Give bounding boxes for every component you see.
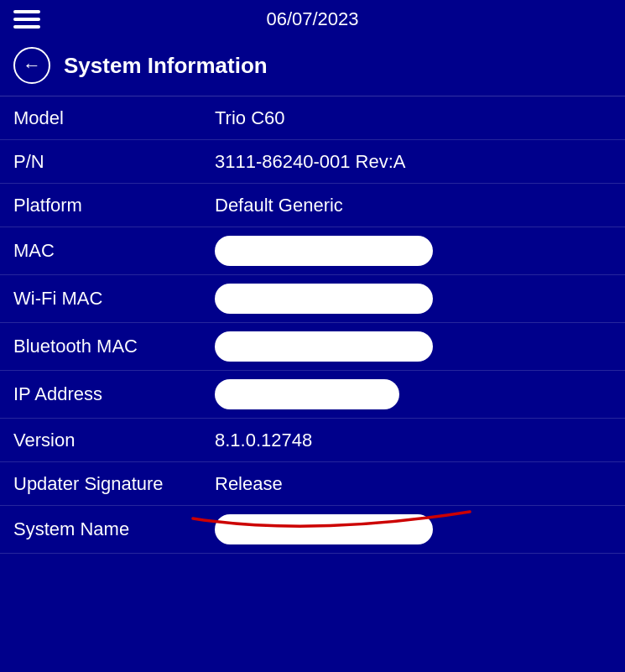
top-date: 06/07/2023 xyxy=(266,8,358,30)
page-title: System Information xyxy=(64,53,268,79)
label-platform: Platform xyxy=(13,195,215,216)
label-system-name: System Name xyxy=(13,518,215,540)
label-pn: P/N xyxy=(13,151,215,173)
value-ip-address xyxy=(215,379,399,409)
hamburger-menu[interactable] xyxy=(13,10,40,29)
row-mac: MAC xyxy=(0,227,625,275)
value-system-name xyxy=(215,514,433,544)
value-wifi-mac xyxy=(215,284,433,314)
value-pn: 3111-86240-001 Rev:A xyxy=(215,151,406,173)
row-pn: P/N 3111-86240-001 Rev:A xyxy=(0,140,625,184)
label-model: Model xyxy=(13,107,215,129)
label-bluetooth-mac: Bluetooth MAC xyxy=(13,336,215,357)
row-platform: Platform Default Generic xyxy=(0,184,625,227)
label-updater-signature: Updater Signature xyxy=(13,473,215,495)
back-button[interactable]: ← xyxy=(13,47,50,84)
row-bluetooth-mac: Bluetooth MAC xyxy=(0,323,625,371)
value-platform: Default Generic xyxy=(215,195,343,216)
row-wifi-mac: Wi-Fi MAC xyxy=(0,275,625,323)
value-bluetooth-mac xyxy=(215,331,433,362)
back-arrow-icon: ← xyxy=(23,56,41,75)
top-bar: 06/07/2023 xyxy=(0,0,625,39)
row-ip-address: IP Address xyxy=(0,371,625,419)
row-updater-signature: Updater Signature Release xyxy=(0,462,625,506)
value-version: 8.1.0.12748 xyxy=(215,430,312,451)
label-version: Version xyxy=(13,430,215,451)
row-model: Model Trio C60 xyxy=(0,96,625,140)
header-section: ← System Information xyxy=(0,39,625,96)
value-mac xyxy=(215,236,433,266)
label-wifi-mac: Wi-Fi MAC xyxy=(13,288,215,310)
info-table: Model Trio C60 P/N 3111-86240-001 Rev:A … xyxy=(0,96,625,554)
row-system-name: System Name xyxy=(0,506,625,554)
value-model: Trio C60 xyxy=(215,107,285,129)
value-updater-signature: Release xyxy=(215,473,283,495)
row-version: Version 8.1.0.12748 xyxy=(0,419,625,462)
label-mac: MAC xyxy=(13,240,215,262)
label-ip-address: IP Address xyxy=(13,383,215,405)
